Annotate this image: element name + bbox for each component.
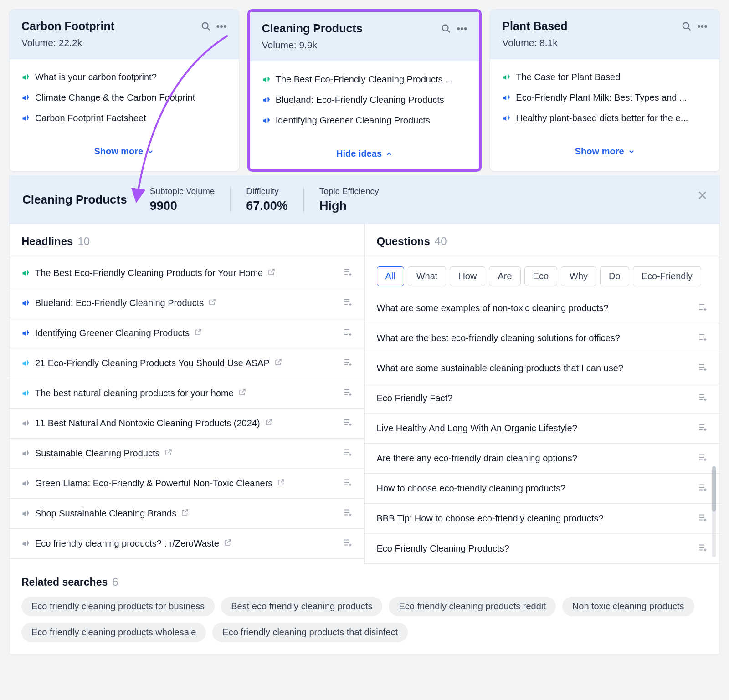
- show-more-button[interactable]: Show more: [575, 146, 635, 157]
- add-to-list-icon[interactable]: [698, 542, 708, 555]
- idea-item[interactable]: Identifying Greener Cleaning Products: [262, 115, 467, 126]
- headline-row[interactable]: The best natural cleaning products for y…: [10, 378, 364, 409]
- filter-tab[interactable]: Eco: [524, 266, 557, 286]
- add-to-list-icon[interactable]: [698, 362, 708, 374]
- bullhorn-icon: [502, 114, 511, 123]
- question-row[interactable]: How to choose eco-friendly cleaning prod…: [365, 474, 720, 504]
- filter-tab[interactable]: Are: [489, 266, 520, 286]
- question-row[interactable]: Live Healthy And Long With An Organic Li…: [365, 414, 720, 444]
- headline-row[interactable]: 21 Eco-Friendly Cleaning Products You Sh…: [10, 348, 364, 378]
- add-to-list-icon[interactable]: [343, 327, 353, 339]
- filter-tab[interactable]: How: [450, 266, 485, 286]
- add-to-list-icon[interactable]: [343, 417, 353, 429]
- topic-card: Carbon Footprint ••• Volume: 22.2k What …: [9, 9, 239, 172]
- add-to-list-icon[interactable]: [343, 447, 353, 460]
- idea-item[interactable]: What is your carbon footprint?: [21, 72, 227, 82]
- question-row[interactable]: What are some examples of non-toxic clea…: [365, 293, 720, 323]
- filter-tab[interactable]: All: [377, 266, 404, 286]
- idea-item[interactable]: Carbon Footprint Factsheet: [21, 113, 227, 123]
- question-row[interactable]: What are the best eco-friendly cleaning …: [365, 323, 720, 353]
- bullhorn-icon: [21, 449, 31, 458]
- add-to-list-icon[interactable]: [698, 482, 708, 495]
- headline-row[interactable]: Eco friendly cleaning products? : r/Zero…: [10, 529, 364, 559]
- add-to-list-icon[interactable]: [698, 392, 708, 404]
- detail-header: Cleaning Products Subtopic Volume 9900 D…: [10, 175, 719, 224]
- add-to-list-icon[interactable]: [698, 422, 708, 434]
- headline-row[interactable]: Sustainable Cleaning Products: [10, 439, 364, 469]
- idea-item[interactable]: Blueland: Eco-Friendly Cleaning Products: [262, 95, 467, 105]
- filter-tab[interactable]: Why: [561, 266, 596, 286]
- scrollbar[interactable]: [712, 466, 716, 557]
- add-to-list-icon[interactable]: [343, 507, 353, 520]
- external-link-icon[interactable]: [265, 418, 273, 429]
- hide-ideas-button[interactable]: Hide ideas: [336, 148, 393, 159]
- add-to-list-icon[interactable]: [698, 512, 708, 525]
- search-icon[interactable]: [201, 21, 211, 31]
- add-to-list-icon[interactable]: [343, 267, 353, 279]
- bullhorn-icon: [21, 419, 31, 428]
- related-pill[interactable]: Best eco friendly cleaning products: [221, 597, 382, 616]
- external-link-icon[interactable]: [164, 448, 173, 459]
- card-volume: Volume: 9.9k: [262, 40, 467, 51]
- filter-tab[interactable]: What: [408, 266, 447, 286]
- bullhorn-icon: [21, 73, 31, 82]
- related-pill[interactable]: Eco friendly cleaning products reddit: [389, 597, 555, 616]
- add-to-list-icon[interactable]: [343, 537, 353, 550]
- search-icon[interactable]: [441, 24, 451, 34]
- external-link-icon[interactable]: [181, 508, 189, 519]
- more-icon[interactable]: •••: [216, 20, 227, 32]
- headline-row[interactable]: Identifying Greener Cleaning Products: [10, 318, 364, 348]
- external-link-icon[interactable]: [194, 328, 202, 338]
- bullhorn-icon: [21, 509, 31, 518]
- efficiency-label: Topic Efficiency: [319, 186, 379, 196]
- search-icon[interactable]: [682, 21, 692, 31]
- idea-item[interactable]: Eco-Friendly Plant Milk: Best Types and …: [502, 92, 708, 103]
- external-link-icon[interactable]: [224, 538, 232, 549]
- bullhorn-icon: [262, 75, 271, 84]
- external-link-icon[interactable]: [277, 478, 285, 489]
- question-row[interactable]: What are some sustainable cleaning produ…: [365, 353, 720, 383]
- related-pill[interactable]: Non toxic cleaning products: [562, 597, 694, 616]
- headline-row[interactable]: Green Llama: Eco-Friendly & Powerful Non…: [10, 469, 364, 499]
- show-more-button[interactable]: Show more: [94, 146, 154, 157]
- close-button[interactable]: ✕: [697, 188, 708, 203]
- more-icon[interactable]: •••: [457, 23, 467, 35]
- bullhorn-icon: [21, 539, 31, 548]
- idea-item[interactable]: Healthy plant-based diets better for the…: [502, 113, 708, 123]
- headline-row[interactable]: Blueland: Eco-Friendly Cleaning Products: [10, 288, 364, 318]
- external-link-icon[interactable]: [208, 298, 216, 308]
- idea-item[interactable]: Climate Change & the Carbon Footprint: [21, 92, 227, 103]
- add-to-list-icon[interactable]: [698, 332, 708, 344]
- related-pill[interactable]: Eco friendly cleaning products for busin…: [21, 597, 215, 616]
- question-row[interactable]: Eco Friendly Fact?: [365, 383, 720, 414]
- filter-tab[interactable]: Do: [600, 266, 629, 286]
- idea-item[interactable]: The Best Eco-Friendly Cleaning Products …: [262, 74, 467, 85]
- add-to-list-icon[interactable]: [698, 302, 708, 314]
- related-pill[interactable]: Eco friendly cleaning products wholesale: [21, 623, 206, 642]
- idea-item[interactable]: The Case for Plant Based: [502, 72, 708, 82]
- related-pill[interactable]: Eco friendly cleaning products that disi…: [212, 623, 408, 642]
- add-to-list-icon[interactable]: [698, 452, 708, 465]
- card-volume: Volume: 22.2k: [21, 37, 227, 48]
- external-link-icon[interactable]: [238, 388, 246, 399]
- add-to-list-icon[interactable]: [343, 477, 353, 490]
- card-volume: Volume: 8.1k: [502, 37, 708, 48]
- bullhorn-icon: [21, 389, 31, 398]
- external-link-icon[interactable]: [274, 358, 282, 368]
- bullhorn-icon: [21, 93, 31, 102]
- add-to-list-icon[interactable]: [343, 297, 353, 309]
- headline-row[interactable]: The Best Eco-Friendly Cleaning Products …: [10, 258, 364, 288]
- question-row[interactable]: BBB Tip: How to choose eco-friendly clea…: [365, 504, 720, 534]
- filter-tab[interactable]: Eco-Friendly: [633, 266, 701, 286]
- add-to-list-icon[interactable]: [343, 387, 353, 399]
- question-row[interactable]: Eco Friendly Cleaning Products?: [365, 534, 720, 564]
- related-count: 6: [112, 576, 118, 588]
- more-icon[interactable]: •••: [697, 20, 708, 32]
- questions-title: Questions: [377, 235, 430, 248]
- headline-row[interactable]: Shop Sustainable Cleaning Brands: [10, 499, 364, 529]
- add-to-list-icon[interactable]: [343, 357, 353, 369]
- question-row[interactable]: Are there any eco-friendly drain cleanin…: [365, 444, 720, 474]
- headline-row[interactable]: 11 Best Natural And Nontoxic Cleaning Pr…: [10, 409, 364, 439]
- external-link-icon[interactable]: [267, 268, 276, 278]
- subtopic-volume-label: Subtopic Volume: [150, 186, 215, 196]
